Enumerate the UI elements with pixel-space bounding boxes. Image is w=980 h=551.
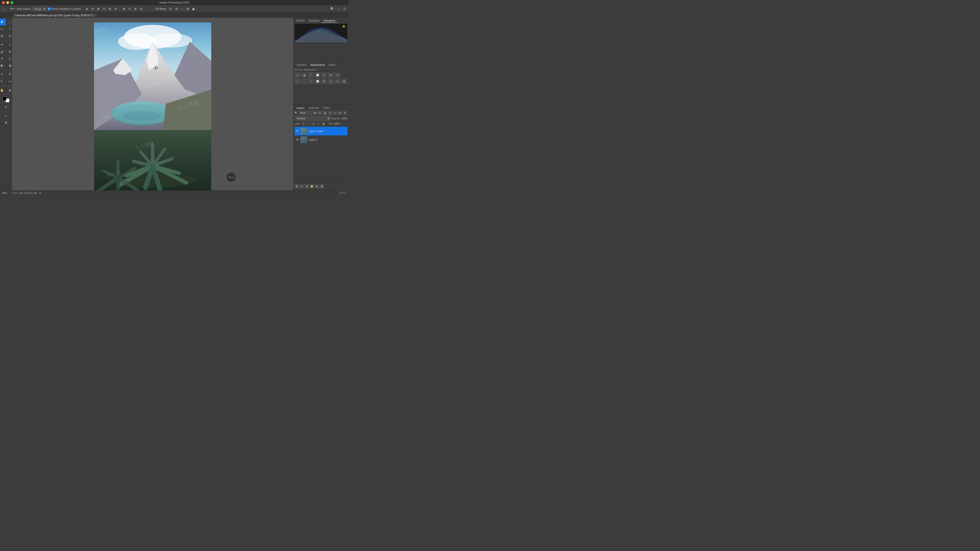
minimize-panel-btn[interactable]: —	[336, 6, 341, 11]
foreground-color[interactable]	[3, 97, 6, 100]
add-layer-btn[interactable]: ⊞	[315, 184, 319, 189]
adj-invert-icon[interactable]: ⊠	[321, 79, 327, 84]
delete-layer-btn[interactable]: 🗑	[320, 184, 324, 189]
align-center-btn[interactable]: ⊟	[90, 6, 95, 11]
pen-tool[interactable]: ✒	[0, 71, 6, 78]
move-tool[interactable]: ✥	[0, 19, 6, 25]
tab-layers[interactable]: Layers	[294, 106, 306, 110]
tab-styles[interactable]: Styles	[327, 63, 338, 67]
dodge-tool[interactable]: ◑	[6, 62, 12, 69]
adj-channelmix-icon[interactable]: ◻	[308, 79, 313, 84]
shape-tool[interactable]: ▭	[6, 78, 12, 85]
filter-pixel-btn[interactable]: ⊡	[318, 111, 322, 115]
adj-brightness-icon[interactable]: ☀	[294, 73, 300, 78]
adj-photofilter-icon[interactable]: ⬛	[301, 79, 307, 84]
fill-value[interactable]: 100%	[334, 122, 340, 125]
screen-mode-btn[interactable]: ▭	[2, 113, 10, 119]
align-bottom-btn[interactable]: ⊟	[113, 6, 118, 11]
mode-3d-btn3[interactable]: ↕	[180, 6, 184, 11]
tab-histogram[interactable]: Histogram	[321, 19, 337, 23]
more-options-btn[interactable]: ···	[147, 6, 152, 11]
adj-vibrance-icon[interactable]: ◫	[321, 73, 327, 78]
opacity-value[interactable]: 100%	[341, 117, 347, 120]
zoom-tool[interactable]: ⊕	[6, 87, 12, 94]
crop-tool[interactable]: ⊡	[6, 33, 12, 39]
align-right-btn[interactable]: ⊠	[96, 6, 101, 11]
minimize-button[interactable]	[6, 1, 9, 4]
adj-gradient-map-icon[interactable]: ◧	[341, 79, 347, 84]
gradient-tool[interactable]: ◧	[0, 62, 6, 69]
history-brush-tool[interactable]: ↺	[0, 55, 6, 62]
lock-artboard-btn[interactable]: ⊡	[317, 121, 321, 126]
adj-hsv-icon[interactable]: ⊞	[328, 73, 334, 78]
home-button[interactable]: ⌂	[2, 6, 5, 11]
filter-smart-btn[interactable]: ⊞	[338, 111, 342, 115]
distribute-v2-btn[interactable]: ⊟	[139, 6, 143, 11]
path-select-tool[interactable]: ↖	[0, 78, 6, 85]
mode-3d-btn4[interactable]: ⊕	[185, 6, 191, 11]
add-adj-btn[interactable]: ◑	[305, 184, 309, 189]
quick-mask-btn[interactable]: ⊙	[2, 103, 10, 110]
eyedropper-tool[interactable]: ✒	[0, 41, 6, 48]
align-middle-btn[interactable]: ⊞	[107, 6, 112, 11]
text-tool[interactable]: T	[6, 71, 12, 78]
adj-colorlookup-icon[interactable]: ⬜	[315, 79, 320, 84]
align-top-btn[interactable]: ⊡	[102, 6, 107, 11]
filter-type-btn[interactable]: T	[328, 111, 332, 115]
rect-select-tool[interactable]: ▭	[0, 25, 6, 32]
tab-paths[interactable]: Paths	[321, 106, 332, 110]
layer-0-visibility[interactable]: 👁	[296, 138, 299, 141]
heal-tool[interactable]: ⌖	[6, 41, 12, 48]
filter-shape-btn[interactable]: ▭	[333, 111, 337, 115]
distribute-h-btn[interactable]: ⊠	[121, 6, 126, 11]
document-tab[interactable]: Celmisias-MtCook-WillPatino.psd @ 25% (L…	[12, 13, 99, 17]
artboard-tool[interactable]: ⬚	[6, 19, 12, 25]
adj-bw-icon[interactable]: ⬚	[294, 79, 300, 84]
tab-adjustments[interactable]: Adjustments	[309, 63, 327, 67]
filter-adj-btn[interactable]: ◑	[323, 111, 327, 115]
blend-mode-select[interactable]: Normal Dissolve Multiply Screen Overlay	[294, 116, 331, 121]
adj-levels-icon[interactable]: ◑	[301, 73, 307, 78]
close-button[interactable]	[2, 1, 5, 4]
distribute-v-btn[interactable]: ⊡	[127, 6, 132, 11]
artboard2-btn[interactable]: ⊞	[2, 119, 10, 126]
autoselect-select[interactable]: Group Layer	[32, 6, 47, 11]
lock-position-btn[interactable]: ◐	[312, 121, 316, 126]
maximize-button[interactable]	[11, 1, 13, 4]
eraser-tool[interactable]: ◻	[6, 55, 12, 62]
show-transform-checkbox[interactable]	[48, 7, 51, 10]
panel-btn[interactable]: ⊡	[342, 6, 347, 11]
align-left-btn[interactable]: ⊞	[84, 6, 89, 11]
lock-all-btn[interactable]: 🔒	[321, 121, 326, 126]
wand-tool[interactable]: ⁂	[0, 33, 6, 39]
tab-history[interactable]: History	[294, 19, 307, 23]
lock-paint-btn[interactable]: ✒	[307, 121, 311, 126]
mode-3d-btn2[interactable]: ⇄	[174, 6, 179, 11]
adj-posterize-icon[interactable]: ⊡	[328, 79, 334, 84]
document-canvas[interactable]: RRCG 人人素材 RRCG 人人素材 RRCG 人人素材 RRCG 人人素材	[94, 22, 211, 191]
adj-colorbal-icon[interactable]: ⊡	[335, 73, 340, 78]
add-group-btn[interactable]: 📁	[310, 184, 314, 189]
add-mask-btn[interactable]: ⊙	[299, 184, 304, 189]
lock-pixels-btn[interactable]: ✥	[301, 121, 306, 126]
layer-0-copy-visibility[interactable]: 👁	[296, 129, 299, 133]
move-tool-btn[interactable]: ✥ ▾	[9, 6, 16, 11]
layer-item-0[interactable]: 👁 Layer 0	[294, 135, 347, 144]
clone-tool[interactable]: ⊕	[6, 48, 12, 55]
mode-3d-btn1[interactable]: ↺	[168, 6, 173, 11]
tab-navigator[interactable]: Navigator	[307, 19, 321, 23]
filter-toggle-btn[interactable]: ●	[343, 111, 347, 115]
tab-libraries[interactable]: Libraries	[294, 63, 309, 67]
adj-threshold-icon[interactable]: ▲	[335, 79, 340, 84]
search-button[interactable]: 🔍	[329, 6, 336, 11]
distribute-h2-btn[interactable]: ⊞	[133, 6, 138, 11]
tab-close-btn[interactable]: ×	[94, 14, 96, 16]
color-swatches[interactable]	[2, 96, 10, 103]
adj-curves-icon[interactable]: ∿	[308, 73, 313, 78]
tab-channels[interactable]: Channels	[306, 106, 321, 110]
status-arrow[interactable]: ▶	[40, 191, 41, 194]
layer-item-0-copy[interactable]: 👁 Layer 0 copy	[294, 127, 347, 135]
lasso-tool[interactable]: ⌇	[6, 25, 12, 32]
adj-exposure-icon[interactable]: ⬜	[315, 73, 320, 78]
hand-tool[interactable]: ✋	[0, 87, 6, 94]
